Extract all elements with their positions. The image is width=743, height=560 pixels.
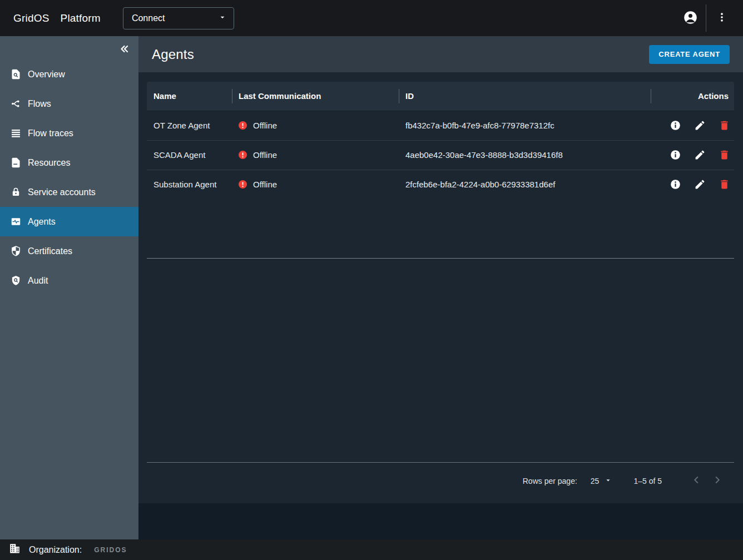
kebab-menu-icon: [716, 11, 728, 25]
overview-icon: [9, 68, 22, 81]
account-button[interactable]: [680, 8, 700, 28]
status-text: Offline: [253, 150, 277, 160]
rows-per-page-select[interactable]: 25: [591, 476, 613, 486]
sidebar-collapse-button[interactable]: [117, 42, 131, 57]
sidebar-item-label: Agents: [28, 217, 56, 227]
agent-id-cell: 2fcfeb6e-bfa2-4224-a0b0-62933381d6ef: [399, 170, 651, 199]
connect-dropdown-value: Connect: [132, 13, 165, 23]
sidebar-item-label: Overview: [28, 70, 65, 80]
error-icon: [237, 150, 248, 160]
agent-name-cell: Substation Agent: [147, 170, 232, 199]
agent-delete-button[interactable]: [717, 178, 731, 191]
actions-cell: [651, 170, 734, 199]
info-icon: [670, 120, 681, 131]
create-agent-button[interactable]: CREATE AGENT: [649, 45, 730, 64]
agent-delete-button[interactable]: [717, 148, 731, 162]
agent-info-button[interactable]: [668, 119, 682, 132]
pagination-range: 1–5 of 5: [633, 477, 662, 485]
audit-icon: [9, 274, 22, 288]
caret-down-icon: [604, 476, 612, 486]
column-header-last-communication: Last Communication: [232, 82, 399, 111]
sidebar-item-overview[interactable]: Overview: [0, 60, 138, 89]
table-bottom-border: [147, 199, 734, 259]
column-header-actions: Actions: [651, 82, 734, 111]
next-page-button[interactable]: [710, 473, 725, 489]
info-icon: [670, 149, 681, 161]
sidebar-item-audit[interactable]: Audit: [0, 266, 138, 295]
flows-icon: [9, 97, 22, 111]
sidebar-item-resources[interactable]: Resources: [0, 148, 138, 177]
status-cell: Offline: [232, 170, 399, 199]
agent-name-cell: OT Zone Agent: [147, 111, 232, 140]
connect-dropdown[interactable]: Connect: [123, 7, 234, 29]
sidebar-item-certificates[interactable]: Certificates: [0, 236, 138, 266]
info-icon: [670, 179, 681, 190]
agent-info-button[interactable]: [668, 178, 682, 191]
table-row: Substation AgentOffline2fcfeb6e-bfa2-422…: [147, 170, 734, 199]
agent-id-cell: 4aeb0e42-30ae-47e3-8888-b3d3d39416f8: [399, 140, 651, 170]
account-circle-icon: [683, 10, 698, 27]
main-background: [138, 503, 743, 539]
edit-icon: [694, 149, 706, 161]
status-cell: Offline: [232, 141, 399, 170]
status-cell: Offline: [232, 111, 399, 140]
sidebar-item-label: Flows: [28, 99, 51, 109]
content-area: Name Last Communication ID Actions OT Zo…: [138, 72, 743, 503]
brand-gridos: GridOS: [13, 12, 49, 24]
sidebar-item-label: Audit: [28, 276, 48, 286]
page-title: Agents: [152, 47, 194, 62]
rows-per-page-value: 25: [591, 477, 600, 485]
organization-label: Organization:: [29, 545, 82, 555]
sidebar-item-label: Certificates: [28, 246, 72, 256]
pagination-bar: Rows per page: 25 1–5 of 5: [147, 462, 734, 503]
delete-icon: [719, 120, 730, 131]
sidebar-item-label: Flow traces: [28, 128, 73, 138]
sidebar-item-flows[interactable]: Flows: [0, 89, 138, 118]
building-icon: [9, 543, 21, 557]
agent-edit-button[interactable]: [693, 119, 706, 132]
caret-down-icon: [218, 13, 227, 24]
status-text: Offline: [253, 180, 277, 189]
agent-edit-button[interactable]: [693, 178, 706, 191]
error-icon: [237, 179, 248, 190]
sidebar-item-flow-traces[interactable]: Flow traces: [0, 118, 138, 148]
agents-icon: [9, 215, 22, 229]
flow-traces-icon: [9, 127, 22, 140]
table-header-row: Name Last Communication ID Actions: [147, 82, 734, 111]
topbar-divider: [706, 4, 706, 32]
previous-page-button[interactable]: [688, 473, 704, 489]
main-area: Agents CREATE AGENT Name Last Communicat…: [138, 36, 743, 539]
overflow-menu-button[interactable]: [712, 8, 732, 28]
brand: GridOS Platform: [13, 12, 101, 24]
agent-info-button[interactable]: [668, 148, 682, 162]
top-app-bar: GridOS Platform Connect: [0, 0, 743, 36]
double-chevron-left-icon: [117, 49, 131, 57]
agent-delete-button[interactable]: [717, 119, 731, 132]
organization-bar: Organization: GRIDOS: [0, 539, 743, 560]
resources-icon: [9, 156, 22, 170]
delete-icon: [719, 179, 730, 190]
chevron-right-icon: [711, 474, 724, 488]
actions-cell: [651, 140, 734, 170]
lock-icon: [9, 186, 22, 199]
table-row: OT Zone AgentOfflinefb432c7a-b0fb-47e9-a…: [147, 111, 734, 140]
sidebar-item-label: Resources: [28, 158, 70, 168]
column-header-id: ID: [399, 82, 651, 111]
error-icon: [237, 120, 248, 131]
chevron-left-icon: [690, 474, 702, 488]
certificates-icon: [9, 245, 22, 258]
delete-icon: [719, 149, 730, 161]
table-row: SCADA AgentOffline4aeb0e42-30ae-47e3-888…: [147, 140, 734, 170]
organization-value: GRIDOS: [94, 546, 127, 554]
status-text: Offline: [253, 121, 277, 130]
brand-platform: Platform: [61, 12, 101, 24]
rows-per-page-label: Rows per page:: [523, 477, 577, 485]
sidebar-item-agents[interactable]: Agents: [0, 207, 138, 236]
edit-icon: [694, 120, 706, 131]
edit-icon: [694, 179, 706, 190]
actions-cell: [651, 111, 734, 140]
sidebar: OverviewFlowsFlow tracesResourcesService…: [0, 36, 138, 539]
agent-edit-button[interactable]: [693, 148, 706, 162]
agent-name-cell: SCADA Agent: [147, 140, 232, 170]
sidebar-item-service-accounts[interactable]: Service accounts: [0, 177, 138, 207]
